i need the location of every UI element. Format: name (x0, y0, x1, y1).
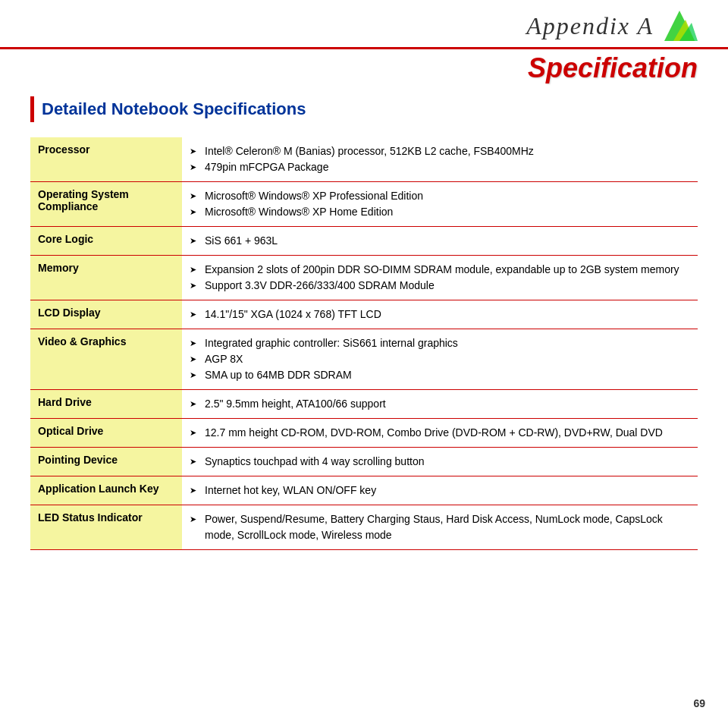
row-value: Synaptics touchpad with 4 way scrolling … (182, 448, 698, 476)
row-value: Internet hot key, WLAN ON/OFF key (182, 476, 698, 505)
list-item: 12.7 mm height CD-ROM, DVD-ROM, Combo Dr… (190, 425, 690, 441)
list-item: SiS 661 + 963L (190, 233, 690, 249)
row-label: Application Launch Key (30, 476, 182, 505)
row-value: Expansion 2 slots of 200pin DDR SO-DIMM … (182, 256, 698, 300)
row-value: Integrated graphic controller: SiS661 in… (182, 329, 698, 390)
row-label: Pointing Device (30, 448, 182, 476)
row-value: Power, Suspend/Resume, Battery Charging … (182, 505, 698, 550)
table-row: Application Launch KeyInternet hot key, … (30, 476, 698, 505)
logo-icon (661, 8, 698, 44)
row-label: LCD Display (30, 300, 182, 329)
row-label: Optical Drive (30, 419, 182, 448)
header-logo: Appendix A (526, 8, 698, 44)
list-item: SMA up to 64MB DDR SDRAM (190, 367, 690, 383)
row-label: Core Logic (30, 227, 182, 256)
list-item: 479pin mFCPGA Package (190, 159, 690, 175)
list-item: Intel® Celeron® M (Banias) processor, 51… (190, 143, 690, 159)
row-value: 14.1"/15" XGA (1024 x 768) TFT LCD (182, 300, 698, 329)
list-item: Support 3.3V DDR-266/333/400 SDRAM Modul… (190, 278, 690, 294)
row-value: SiS 661 + 963L (182, 227, 698, 256)
table-row: Operating System ComplianceMicrosoft® Wi… (30, 182, 698, 227)
table-row: Core LogicSiS 661 + 963L (30, 227, 698, 256)
row-label: Video & Graphics (30, 329, 182, 390)
list-item: Expansion 2 slots of 200pin DDR SO-DIMM … (190, 262, 690, 278)
row-value: 12.7 mm height CD-ROM, DVD-ROM, Combo Dr… (182, 419, 698, 448)
header: Appendix A (0, 0, 728, 47)
appendix-label: Appendix A (526, 12, 654, 40)
list-item: AGP 8X (190, 351, 690, 367)
list-item: 2.5" 9.5mm height, ATA100/66 support (190, 396, 690, 412)
table-row: LED Status IndicatorPower, Suspend/Resum… (30, 505, 698, 550)
spec-table: ProcessorIntel® Celeron® M (Banias) proc… (30, 137, 698, 550)
table-row: MemoryExpansion 2 slots of 200pin DDR SO… (30, 256, 698, 300)
row-value: Intel® Celeron® M (Banias) processor, 51… (182, 137, 698, 182)
section-title: Detailed Notebook Specifications (42, 99, 306, 118)
list-item: Microsoft® Windows® XP Home Edition (190, 204, 690, 220)
table-row: Video & GraphicsIntegrated graphic contr… (30, 329, 698, 390)
list-item: Internet hot key, WLAN ON/OFF key (190, 483, 690, 498)
row-label: Processor (30, 137, 182, 182)
table-row: LCD Display14.1"/15" XGA (1024 x 768) TF… (30, 300, 698, 329)
table-row: Pointing DeviceSynaptics touchpad with 4… (30, 448, 698, 476)
row-value: Microsoft® Windows® XP Professional Edit… (182, 182, 698, 227)
row-label: LED Status Indicator (30, 505, 182, 550)
page-title: Specification (0, 52, 728, 84)
red-divider (0, 47, 728, 49)
table-row: ProcessorIntel® Celeron® M (Banias) proc… (30, 137, 698, 182)
table-row: Optical Drive12.7 mm height CD-ROM, DVD-… (30, 419, 698, 448)
list-item: Microsoft® Windows® XP Professional Edit… (190, 188, 690, 204)
page-number: 69 (693, 697, 705, 709)
list-item: 14.1"/15" XGA (1024 x 768) TFT LCD (190, 307, 690, 322)
row-label: Hard Drive (30, 390, 182, 419)
table-row: Hard Drive2.5" 9.5mm height, ATA100/66 s… (30, 390, 698, 419)
row-value: 2.5" 9.5mm height, ATA100/66 support (182, 390, 698, 419)
list-item: Integrated graphic controller: SiS661 in… (190, 335, 690, 351)
row-label: Memory (30, 256, 182, 300)
row-label: Operating System Compliance (30, 182, 182, 227)
section-title-bar: Detailed Notebook Specifications (30, 96, 698, 122)
list-item: Power, Suspend/Resume, Battery Charging … (190, 511, 690, 543)
list-item: Synaptics touchpad with 4 way scrolling … (190, 454, 690, 470)
